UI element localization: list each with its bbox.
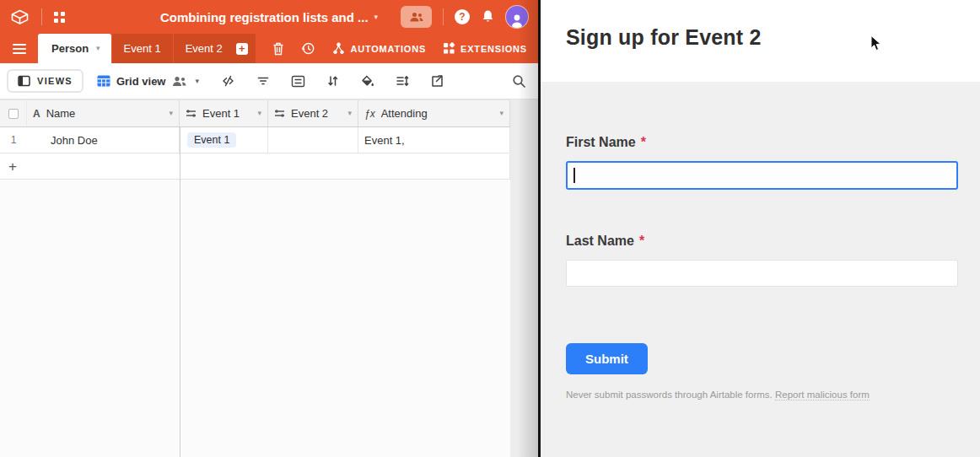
table-tab-bar: Person ▾ Event 1 Event 2 + <box>0 34 538 63</box>
history-button[interactable] <box>301 41 315 56</box>
tab-person[interactable]: Person ▾ <box>38 34 111 63</box>
column-header-event-2[interactable]: Event 2 ▾ <box>268 100 358 126</box>
share-view-icon <box>430 74 444 88</box>
table-row: 1 John Doe Event 1 Event 1, <box>0 127 510 153</box>
formula-field-icon: ƒx <box>364 108 375 120</box>
base-title: Combining registration lists and ... <box>160 10 369 24</box>
required-asterisk: * <box>639 234 644 249</box>
first-name-field-group: First Name * <box>566 135 958 190</box>
automations-icon <box>332 42 345 55</box>
chevron-down-icon: ▾ <box>96 45 100 52</box>
account-avatar[interactable] <box>506 6 528 28</box>
sort-icon <box>326 74 339 88</box>
airtable-app: Combining registration lists and ... ▾ ? <box>0 0 980 457</box>
paint-bucket-icon <box>360 74 374 88</box>
chevron-down-icon[interactable]: ▾ <box>169 110 173 117</box>
search-button[interactable] <box>512 74 526 89</box>
collaborators-icon <box>409 12 424 23</box>
column-header-name[interactable]: A Name ▾ <box>27 100 180 126</box>
chevron-down-icon: ▾ <box>195 78 199 85</box>
multi-select-field-icon <box>186 109 197 118</box>
cell-name[interactable]: John Doe <box>27 127 180 153</box>
hide-fields-icon <box>221 74 235 88</box>
report-malicious-form-link[interactable]: Report malicious form <box>775 390 870 401</box>
form-body: First Name * Last Name * Submit <box>541 82 980 400</box>
chevron-down-icon[interactable]: ▾ <box>347 110 352 117</box>
form-title: Sign up for Event 2 <box>566 25 958 50</box>
group-icon <box>291 75 305 88</box>
frozen-column-divider <box>180 99 180 457</box>
row-height-button[interactable] <box>396 74 409 88</box>
cell-event-1[interactable]: Event 1 <box>180 127 268 153</box>
grid-empty-area <box>510 99 538 457</box>
select-tag: Event 1 <box>187 132 236 148</box>
grid-header-row: A Name ▾ Event 1 ▾ <box>0 99 510 127</box>
topbar-divider <box>41 8 42 25</box>
sort-button[interactable] <box>326 74 339 88</box>
extensions-icon <box>443 42 455 55</box>
chevron-down-icon[interactable]: ▾ <box>499 110 503 117</box>
sidebar-toggle-icon <box>18 75 30 87</box>
cell-event-2[interactable] <box>268 127 358 153</box>
automations-button[interactable]: AUTOMATIONS <box>332 42 426 55</box>
first-name-label: First Name * <box>566 135 958 150</box>
row-height-icon <box>396 74 409 88</box>
notifications-bell-icon[interactable] <box>481 9 495 24</box>
grid-view-switcher[interactable]: Grid view ▾ <box>97 75 199 88</box>
form-footer: Never submit passwords through Airtable … <box>566 390 958 400</box>
tab-event-1[interactable]: Event 1 <box>112 34 173 63</box>
select-all-cell <box>0 100 27 126</box>
airtable-logo-icon[interactable] <box>10 9 30 25</box>
share-view-button[interactable] <box>430 74 444 88</box>
add-row-button[interactable]: + <box>0 154 510 180</box>
filter-button[interactable] <box>256 74 270 88</box>
footer-disclaimer: Never submit passwords through Airtable … <box>566 390 773 400</box>
filter-icon <box>256 74 270 88</box>
share-button[interactable] <box>401 6 432 28</box>
view-config-tools <box>221 74 444 88</box>
color-button[interactable] <box>360 74 374 88</box>
last-name-input[interactable] <box>566 260 958 287</box>
trash-icon <box>272 42 284 56</box>
topbar-right-group: ? <box>401 6 528 28</box>
column-header-attending[interactable]: ƒx Attending ▾ <box>358 100 510 126</box>
views-button[interactable]: VIEWS <box>7 69 83 93</box>
trash-button[interactable] <box>272 42 284 56</box>
help-icon[interactable]: ? <box>455 9 470 24</box>
add-table-button[interactable]: + <box>234 34 256 63</box>
tabbar-right-tools: AUTOMATIONS EXTENSIONS <box>272 34 538 63</box>
tab-event-2[interactable]: Event 2 <box>174 34 234 63</box>
base-title-menu[interactable]: Combining registration lists and ... ▾ <box>160 10 378 24</box>
form-header: Sign up for Event 2 <box>541 0 980 82</box>
plus-icon: + <box>8 159 17 174</box>
chevron-down-icon: ▾ <box>374 13 379 21</box>
sidebar-menu-icon[interactable] <box>0 34 38 63</box>
chevron-down-icon[interactable]: ▾ <box>257 110 261 117</box>
cell-attending[interactable]: Event 1, <box>358 127 510 153</box>
search-icon <box>512 74 526 89</box>
apps-grid-icon[interactable] <box>54 12 65 23</box>
last-name-label: Last Name * <box>566 234 958 249</box>
submit-button[interactable]: Submit <box>566 343 648 374</box>
topbar-left-group <box>10 8 65 25</box>
topbar-divider <box>443 8 444 25</box>
hide-fields-button[interactable] <box>221 74 235 88</box>
group-button[interactable] <box>291 75 305 88</box>
plus-icon: + <box>236 43 248 55</box>
first-name-input-wrap <box>566 161 958 190</box>
text-caret <box>573 168 575 183</box>
column-header-event-1[interactable]: Event 1 ▾ <box>180 100 268 126</box>
last-name-field-group: Last Name * <box>566 234 958 287</box>
history-clock-icon <box>301 41 315 56</box>
tab-event-2-group: Event 2 + <box>174 34 256 63</box>
select-all-checkbox[interactable] <box>8 109 19 119</box>
extensions-button[interactable]: EXTENSIONS <box>443 42 527 55</box>
data-grid: A Name ▾ Event 1 ▾ <box>0 99 538 457</box>
person-icon <box>509 13 525 28</box>
view-collaborators-icon <box>171 76 187 87</box>
first-name-input[interactable] <box>566 161 958 190</box>
row-number[interactable]: 1 <box>0 127 27 153</box>
last-name-input-wrap <box>566 260 958 287</box>
form-panel: Sign up for Event 2 First Name * Last Na… <box>541 0 980 457</box>
view-toolbar: VIEWS Grid view ▾ <box>0 63 538 99</box>
